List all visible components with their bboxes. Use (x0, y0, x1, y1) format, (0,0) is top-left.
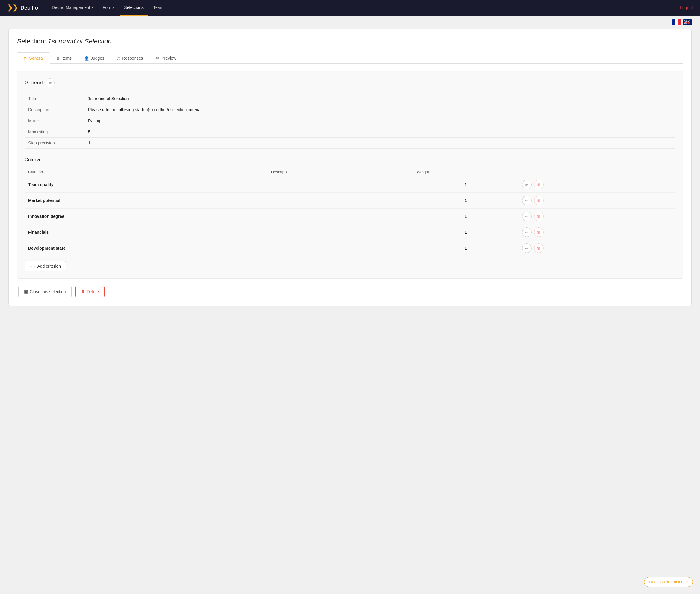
delete-criterion-button[interactable]: 🗑 (534, 211, 543, 221)
uk-flag[interactable] (683, 19, 692, 25)
criteria-name: Innovation degree (25, 208, 268, 225)
tab-judges[interactable]: 👤 Judges (78, 53, 110, 64)
info-row-max-rating: Max rating 5 (25, 127, 675, 138)
criteria-row: Market potential 1 ✏ 🗑 (25, 193, 675, 208)
criteria-table: Criterion Description Weight Team qualit… (25, 167, 675, 256)
criteria-name: Development state (25, 240, 268, 256)
general-section-header: General ✏ (25, 78, 675, 87)
edit-criterion-button[interactable]: ✏ (522, 243, 532, 253)
nav-item-selections[interactable]: Selections (120, 0, 148, 15)
flag-bar (0, 15, 700, 29)
delete-criterion-button[interactable]: 🗑 (534, 243, 543, 253)
criteria-actions: ✏ 🗑 (519, 225, 675, 240)
plus-icon: + (30, 264, 32, 268)
nav-item-team[interactable]: Team (149, 0, 168, 15)
actions-cell: ✏ 🗑 (522, 196, 672, 205)
criteria-weight: 1 (413, 225, 519, 240)
criteria-actions: ✏ 🗑 (519, 208, 675, 225)
criteria-row: Financials 1 ✏ 🗑 (25, 225, 675, 240)
criteria-row: Team quality 1 ✏ 🗑 (25, 177, 675, 193)
criteria-weight: 1 (413, 193, 519, 208)
criteria-description (268, 208, 413, 225)
criteria-name: Market potential (25, 193, 268, 208)
user-icon: 👤 (84, 56, 89, 61)
nav-item-management[interactable]: Decilio Management ▾ (48, 0, 97, 15)
tab-responses[interactable]: ◎ Responses (110, 53, 149, 64)
edit-criterion-button[interactable]: ✏ (522, 211, 532, 221)
criteria-section-title: Criteria (25, 157, 675, 162)
criteria-actions: ✏ 🗑 (519, 177, 675, 193)
criteria-description (268, 193, 413, 208)
delete-criterion-button[interactable]: 🗑 (534, 228, 543, 237)
french-flag[interactable] (672, 19, 681, 25)
info-row-step-precision: Step precision 1 (25, 138, 675, 148)
close-icon: ▣ (24, 289, 28, 294)
grid-icon: ⊞ (56, 56, 60, 61)
bottom-actions: ▣ Close this selection 🗑 Delete (17, 286, 683, 297)
trash-icon: 🗑 (81, 289, 85, 294)
criteria-description (268, 225, 413, 240)
main-content: Selection: 1st round of Selection ⚙ Gene… (0, 29, 700, 315)
logo[interactable]: ❯❯ Decilio (7, 4, 38, 12)
criteria-weight: 1 (413, 208, 519, 225)
general-section-card: General ✏ Title 1st round of Selection D… (17, 71, 683, 279)
add-criterion-button[interactable]: + + Add criterion (25, 261, 66, 271)
gear-icon: ⚙ (23, 56, 27, 61)
circle-check-icon: ◎ (117, 56, 120, 61)
criteria-actions: ✏ 🗑 (519, 193, 675, 208)
delete-criterion-button[interactable]: 🗑 (534, 180, 543, 189)
general-section-title: General (25, 80, 42, 86)
actions-cell: ✏ 🗑 (522, 211, 672, 221)
info-row-description: Description Please rate the following st… (25, 104, 675, 116)
actions-cell: ✏ 🗑 (522, 228, 672, 237)
criteria-weight: 1 (413, 177, 519, 193)
criteria-weight: 1 (413, 240, 519, 256)
navbar: ❯❯ Decilio Decilio Management ▾ Forms Se… (0, 0, 700, 15)
edit-criterion-button[interactable]: ✏ (522, 180, 532, 189)
logo-text: Decilio (21, 5, 38, 11)
tab-general[interactable]: ⚙ General (17, 53, 50, 64)
criteria-row: Development state 1 ✏ 🗑 (25, 240, 675, 256)
criteria-description (268, 177, 413, 193)
tab-items[interactable]: ⊞ Items (50, 53, 78, 64)
info-row-mode: Mode Rating (25, 116, 675, 127)
criteria-table-header: Criterion Description Weight (25, 167, 675, 177)
delete-button[interactable]: 🗑 Delete (75, 286, 105, 297)
nav-item-forms[interactable]: Forms (99, 0, 119, 15)
main-card: Selection: 1st round of Selection ⚙ Gene… (8, 29, 692, 306)
logout-button[interactable]: Logout (680, 5, 693, 10)
info-row-title: Title 1st round of Selection (25, 93, 675, 104)
delete-criterion-button[interactable]: 🗑 (534, 196, 543, 205)
logo-icon: ❯❯ (7, 4, 18, 12)
actions-cell: ✏ 🗑 (522, 180, 672, 189)
edit-criterion-button[interactable]: ✏ (522, 196, 532, 205)
help-button[interactable]: Question or problem ? (644, 577, 693, 587)
chevron-down-icon: ▾ (91, 6, 93, 9)
eye-icon: 👁 (156, 56, 159, 61)
criteria-description (268, 240, 413, 256)
page-title: Selection: 1st round of Selection (17, 37, 683, 45)
criteria-row: Innovation degree 1 ✏ 🗑 (25, 208, 675, 225)
tab-preview[interactable]: 👁 Preview (149, 53, 182, 64)
close-selection-button[interactable]: ▣ Close this selection (18, 286, 72, 297)
edit-general-button[interactable]: ✏ (45, 78, 55, 87)
criteria-actions: ✏ 🗑 (519, 240, 675, 256)
criteria-name: Team quality (25, 177, 268, 193)
edit-criterion-button[interactable]: ✏ (522, 228, 532, 237)
general-info-table: Title 1st round of Selection Description… (25, 93, 675, 148)
nav-links: Decilio Management ▾ Forms Selections Te… (48, 0, 670, 15)
criteria-name: Financials (25, 225, 268, 240)
actions-cell: ✏ 🗑 (522, 243, 672, 253)
tabs: ⚙ General ⊞ Items 👤 Judges ◎ Responses 👁… (17, 53, 683, 64)
